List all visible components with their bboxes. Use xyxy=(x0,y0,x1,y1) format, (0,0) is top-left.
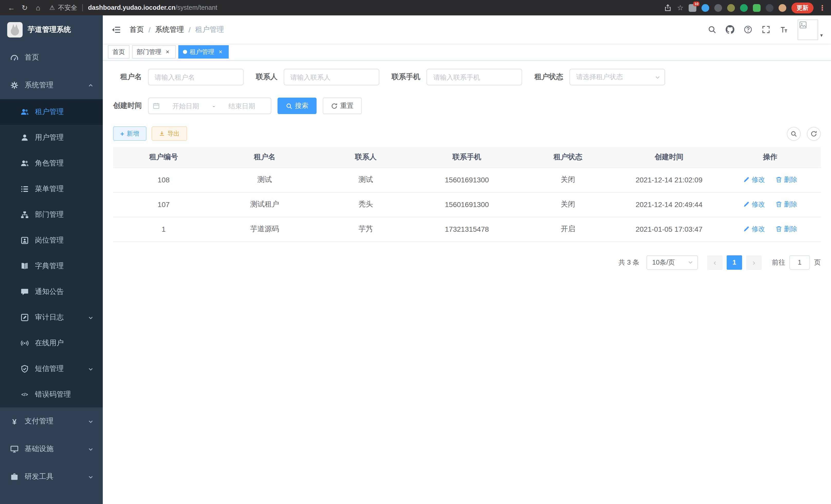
current-page-button[interactable]: 1 xyxy=(727,255,742,269)
tab-label: 首页 xyxy=(113,48,125,56)
tenant-name-input[interactable] xyxy=(148,69,243,85)
column-header: 创建时间 xyxy=(619,147,719,168)
edit-link[interactable]: 修改 xyxy=(743,175,765,184)
tab-dept[interactable]: 部门管理 × xyxy=(132,45,176,59)
extension-icon-5[interactable] xyxy=(740,4,748,11)
menu-list-icon xyxy=(21,185,29,193)
header-search-icon[interactable] xyxy=(708,25,717,34)
extension-icon-6[interactable] xyxy=(753,4,761,11)
reset-button[interactable]: 重置 xyxy=(323,98,362,114)
create-time-label: 创建时间 xyxy=(113,101,142,111)
sidebar-item-label: 通知公告 xyxy=(35,287,64,296)
browser-actions: ☆ 10 更新 ⋮ xyxy=(664,2,826,13)
sidebar-subitem-audit[interactable]: 审计日志 xyxy=(0,305,103,330)
goto-page-input[interactable] xyxy=(790,255,810,269)
font-size-icon[interactable] xyxy=(780,25,789,34)
edit-link[interactable]: 修改 xyxy=(743,200,765,209)
sidebar-subitem-dept[interactable]: 部门管理 xyxy=(0,202,103,228)
column-header: 联系人 xyxy=(315,147,416,168)
create-time-range-picker[interactable]: - xyxy=(148,98,271,114)
cell-contact: 芋艿 xyxy=(315,217,416,241)
goto-label: 前往 xyxy=(772,258,785,267)
sidebar-item-label: 租户管理 xyxy=(35,108,64,117)
date-start-input[interactable] xyxy=(161,102,211,110)
page-size-value: 10条/页 xyxy=(652,258,675,267)
close-icon[interactable]: × xyxy=(217,48,224,56)
next-page-button[interactable]: › xyxy=(746,255,762,269)
browser-home-icon[interactable]: ⌂ xyxy=(32,2,44,14)
tab-tenant[interactable]: 租户管理 × xyxy=(178,45,229,59)
status-select[interactable]: 请选择租户状态 xyxy=(569,69,665,85)
delete-link[interactable]: 删除 xyxy=(775,225,797,234)
export-button[interactable]: 导出 xyxy=(151,126,187,141)
sidebar-subitem-menu[interactable]: 菜单管理 xyxy=(0,176,103,202)
extension-icon-8[interactable] xyxy=(779,4,786,11)
sidebar-subitem-tenant[interactable]: 租户管理 xyxy=(0,99,103,125)
browser-nav-buttons: ← ↻ ⌂ xyxy=(5,2,44,14)
address-bar[interactable]: ⚠ 不安全 dashboard.yudao.iocoder.cn/system/… xyxy=(49,3,218,12)
sidebar-item-devtools[interactable]: 研发工具 xyxy=(0,463,103,491)
sidebar-subitem-notice[interactable]: 通知公告 xyxy=(0,279,103,305)
tenant-name-label: 租户名 xyxy=(113,72,142,82)
fullscreen-icon[interactable] xyxy=(762,25,771,34)
tab-home[interactable]: 首页 xyxy=(108,45,130,59)
sidebar-subitem-errorcode[interactable]: </> 错误码管理 xyxy=(0,382,103,407)
toolbox-icon xyxy=(10,473,19,481)
sidebar-item-infra[interactable]: 基础设施 xyxy=(0,435,103,463)
address-divider xyxy=(83,4,83,11)
sidebar-subitem-post[interactable]: 岗位管理 xyxy=(0,228,103,253)
column-header: 租户编号 xyxy=(113,147,214,168)
edit-link[interactable]: 修改 xyxy=(743,225,765,234)
extension-icon-1[interactable]: 10 xyxy=(689,4,696,11)
tab-label: 部门管理 xyxy=(137,48,161,56)
date-end-input[interactable] xyxy=(217,102,267,110)
toggle-search-icon[interactable] xyxy=(787,127,801,141)
github-icon[interactable] xyxy=(726,25,735,34)
browser-back-icon[interactable]: ← xyxy=(5,2,18,14)
extension-icon-2[interactable] xyxy=(701,4,709,11)
logo[interactable]: 芋道管理系统 xyxy=(0,16,103,44)
user-avatar[interactable]: ▾ xyxy=(798,19,823,40)
breadcrumb-system[interactable]: 系统管理 xyxy=(155,25,184,34)
cell-contact: 秃头 xyxy=(315,192,416,217)
prev-page-button[interactable]: ‹ xyxy=(707,255,722,269)
sidebar-item-label: 岗位管理 xyxy=(35,236,64,245)
search-button[interactable]: 搜索 xyxy=(278,98,317,114)
sidebar-item-system[interactable]: 系统管理 xyxy=(0,71,103,99)
breadcrumb-separator: / xyxy=(189,25,191,34)
refresh-icon[interactable] xyxy=(807,127,821,141)
close-icon[interactable]: × xyxy=(164,48,171,56)
sidebar-item-label: 支付管理 xyxy=(25,417,53,426)
phone-input[interactable] xyxy=(427,69,522,85)
sidebar-subitem-role[interactable]: 角色管理 xyxy=(0,151,103,176)
sidebar-item-home[interactable]: 首页 xyxy=(0,44,103,71)
cell-actions: 修改 删除 xyxy=(719,192,821,217)
browser-reload-icon[interactable]: ↻ xyxy=(19,2,31,14)
browser-update-button[interactable]: 更新 xyxy=(792,2,813,13)
page-size-select[interactable]: 10条/页 xyxy=(647,255,698,269)
browser-menu-icon[interactable]: ⋮ xyxy=(819,4,826,12)
extension-icon-3[interactable] xyxy=(714,4,722,11)
extension-icon-4[interactable] xyxy=(727,4,735,11)
top-navbar: 首页 / 系统管理 / 租户管理 xyxy=(103,16,831,44)
sidebar-subitem-online[interactable]: 在线用户 xyxy=(0,330,103,356)
extension-icon-7[interactable] xyxy=(766,4,773,11)
sidebar-subitem-user[interactable]: 用户管理 xyxy=(0,125,103,151)
post-badge-icon xyxy=(21,236,29,244)
table-row: 107 测试租户 秃头 15601691300 关闭 2021-12-14 20… xyxy=(113,192,821,217)
share-icon[interactable] xyxy=(664,4,672,11)
contact-input[interactable] xyxy=(284,69,379,85)
warning-icon: ⚠ xyxy=(49,4,55,11)
breadcrumb-home[interactable]: 首页 xyxy=(130,25,144,34)
sidebar-subitem-dict[interactable]: 字典管理 xyxy=(0,253,103,279)
sidebar-subitem-sms[interactable]: 短信管理 xyxy=(0,356,103,382)
chevron-up-icon xyxy=(88,83,93,88)
delete-link[interactable]: 删除 xyxy=(775,200,797,209)
delete-link[interactable]: 删除 xyxy=(775,175,797,184)
help-icon[interactable] xyxy=(744,25,753,34)
sidebar-item-payment[interactable]: ¥ 支付管理 xyxy=(0,407,103,435)
bookmark-star-icon[interactable]: ☆ xyxy=(677,4,684,12)
sidebar-toggle-icon[interactable] xyxy=(111,24,121,35)
user-icon xyxy=(21,134,29,142)
add-button[interactable]: + 新增 xyxy=(113,126,146,141)
